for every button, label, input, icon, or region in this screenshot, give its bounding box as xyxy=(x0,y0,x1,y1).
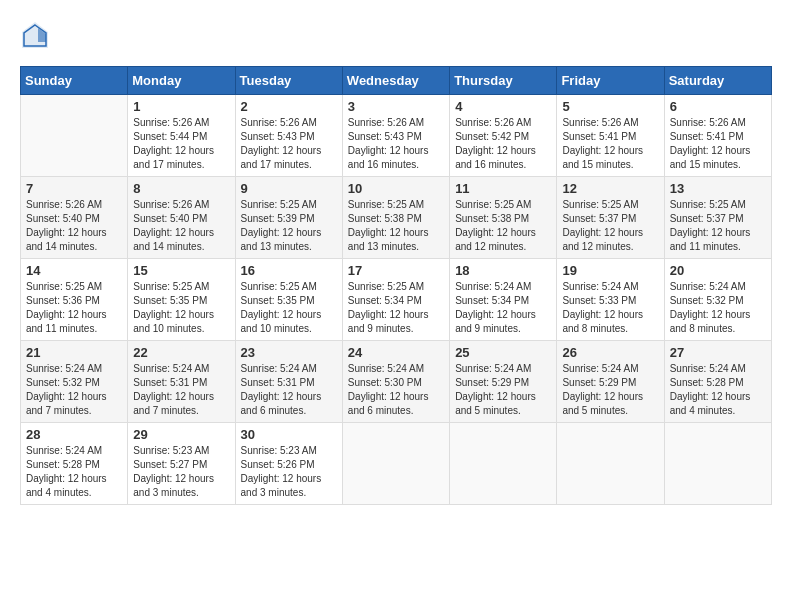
day-info: Sunrise: 5:25 AM Sunset: 5:38 PM Dayligh… xyxy=(348,198,444,254)
day-number: 18 xyxy=(455,263,551,278)
day-number: 20 xyxy=(670,263,766,278)
calendar-day-cell: 7Sunrise: 5:26 AM Sunset: 5:40 PM Daylig… xyxy=(21,177,128,259)
day-number: 13 xyxy=(670,181,766,196)
day-info: Sunrise: 5:25 AM Sunset: 5:39 PM Dayligh… xyxy=(241,198,337,254)
calendar-day-cell xyxy=(342,423,449,505)
calendar-table: SundayMondayTuesdayWednesdayThursdayFrid… xyxy=(20,66,772,505)
day-info: Sunrise: 5:24 AM Sunset: 5:34 PM Dayligh… xyxy=(455,280,551,336)
day-number: 9 xyxy=(241,181,337,196)
day-info: Sunrise: 5:25 AM Sunset: 5:34 PM Dayligh… xyxy=(348,280,444,336)
calendar-day-cell xyxy=(557,423,664,505)
calendar-day-cell: 10Sunrise: 5:25 AM Sunset: 5:38 PM Dayli… xyxy=(342,177,449,259)
day-info: Sunrise: 5:25 AM Sunset: 5:37 PM Dayligh… xyxy=(562,198,658,254)
day-number: 28 xyxy=(26,427,122,442)
logo xyxy=(20,20,54,50)
day-info: Sunrise: 5:25 AM Sunset: 5:35 PM Dayligh… xyxy=(133,280,229,336)
calendar-day-cell: 27Sunrise: 5:24 AM Sunset: 5:28 PM Dayli… xyxy=(664,341,771,423)
day-number: 15 xyxy=(133,263,229,278)
day-info: Sunrise: 5:25 AM Sunset: 5:37 PM Dayligh… xyxy=(670,198,766,254)
col-header-wednesday: Wednesday xyxy=(342,67,449,95)
day-info: Sunrise: 5:24 AM Sunset: 5:32 PM Dayligh… xyxy=(26,362,122,418)
calendar-day-cell: 14Sunrise: 5:25 AM Sunset: 5:36 PM Dayli… xyxy=(21,259,128,341)
col-header-sunday: Sunday xyxy=(21,67,128,95)
col-header-tuesday: Tuesday xyxy=(235,67,342,95)
day-number: 21 xyxy=(26,345,122,360)
day-info: Sunrise: 5:24 AM Sunset: 5:31 PM Dayligh… xyxy=(241,362,337,418)
calendar-day-cell: 30Sunrise: 5:23 AM Sunset: 5:26 PM Dayli… xyxy=(235,423,342,505)
calendar-day-cell: 19Sunrise: 5:24 AM Sunset: 5:33 PM Dayli… xyxy=(557,259,664,341)
day-number: 12 xyxy=(562,181,658,196)
calendar-day-cell: 4Sunrise: 5:26 AM Sunset: 5:42 PM Daylig… xyxy=(450,95,557,177)
day-number: 25 xyxy=(455,345,551,360)
day-info: Sunrise: 5:24 AM Sunset: 5:32 PM Dayligh… xyxy=(670,280,766,336)
calendar-day-cell: 18Sunrise: 5:24 AM Sunset: 5:34 PM Dayli… xyxy=(450,259,557,341)
day-number: 27 xyxy=(670,345,766,360)
calendar-week-row: 28Sunrise: 5:24 AM Sunset: 5:28 PM Dayli… xyxy=(21,423,772,505)
day-info: Sunrise: 5:26 AM Sunset: 5:41 PM Dayligh… xyxy=(562,116,658,172)
day-info: Sunrise: 5:25 AM Sunset: 5:35 PM Dayligh… xyxy=(241,280,337,336)
day-number: 8 xyxy=(133,181,229,196)
calendar-day-cell: 22Sunrise: 5:24 AM Sunset: 5:31 PM Dayli… xyxy=(128,341,235,423)
calendar-week-row: 14Sunrise: 5:25 AM Sunset: 5:36 PM Dayli… xyxy=(21,259,772,341)
calendar-header-row: SundayMondayTuesdayWednesdayThursdayFrid… xyxy=(21,67,772,95)
day-number: 14 xyxy=(26,263,122,278)
calendar-day-cell: 12Sunrise: 5:25 AM Sunset: 5:37 PM Dayli… xyxy=(557,177,664,259)
calendar-day-cell: 24Sunrise: 5:24 AM Sunset: 5:30 PM Dayli… xyxy=(342,341,449,423)
day-info: Sunrise: 5:24 AM Sunset: 5:29 PM Dayligh… xyxy=(562,362,658,418)
day-number: 19 xyxy=(562,263,658,278)
col-header-thursday: Thursday xyxy=(450,67,557,95)
calendar-day-cell: 15Sunrise: 5:25 AM Sunset: 5:35 PM Dayli… xyxy=(128,259,235,341)
day-number: 30 xyxy=(241,427,337,442)
day-info: Sunrise: 5:24 AM Sunset: 5:28 PM Dayligh… xyxy=(26,444,122,500)
day-number: 26 xyxy=(562,345,658,360)
calendar-day-cell: 6Sunrise: 5:26 AM Sunset: 5:41 PM Daylig… xyxy=(664,95,771,177)
day-number: 5 xyxy=(562,99,658,114)
calendar-day-cell: 5Sunrise: 5:26 AM Sunset: 5:41 PM Daylig… xyxy=(557,95,664,177)
day-number: 4 xyxy=(455,99,551,114)
day-info: Sunrise: 5:23 AM Sunset: 5:26 PM Dayligh… xyxy=(241,444,337,500)
day-info: Sunrise: 5:26 AM Sunset: 5:41 PM Dayligh… xyxy=(670,116,766,172)
calendar-day-cell: 28Sunrise: 5:24 AM Sunset: 5:28 PM Dayli… xyxy=(21,423,128,505)
day-number: 22 xyxy=(133,345,229,360)
calendar-day-cell: 2Sunrise: 5:26 AM Sunset: 5:43 PM Daylig… xyxy=(235,95,342,177)
day-info: Sunrise: 5:26 AM Sunset: 5:43 PM Dayligh… xyxy=(241,116,337,172)
day-number: 16 xyxy=(241,263,337,278)
col-header-saturday: Saturday xyxy=(664,67,771,95)
calendar-day-cell: 29Sunrise: 5:23 AM Sunset: 5:27 PM Dayli… xyxy=(128,423,235,505)
day-info: Sunrise: 5:24 AM Sunset: 5:29 PM Dayligh… xyxy=(455,362,551,418)
day-number: 7 xyxy=(26,181,122,196)
day-number: 23 xyxy=(241,345,337,360)
calendar-week-row: 21Sunrise: 5:24 AM Sunset: 5:32 PM Dayli… xyxy=(21,341,772,423)
day-number: 1 xyxy=(133,99,229,114)
day-info: Sunrise: 5:24 AM Sunset: 5:30 PM Dayligh… xyxy=(348,362,444,418)
day-number: 6 xyxy=(670,99,766,114)
day-info: Sunrise: 5:23 AM Sunset: 5:27 PM Dayligh… xyxy=(133,444,229,500)
calendar-day-cell xyxy=(664,423,771,505)
day-number: 10 xyxy=(348,181,444,196)
calendar-day-cell: 11Sunrise: 5:25 AM Sunset: 5:38 PM Dayli… xyxy=(450,177,557,259)
day-info: Sunrise: 5:24 AM Sunset: 5:28 PM Dayligh… xyxy=(670,362,766,418)
calendar-week-row: 1Sunrise: 5:26 AM Sunset: 5:44 PM Daylig… xyxy=(21,95,772,177)
day-info: Sunrise: 5:24 AM Sunset: 5:33 PM Dayligh… xyxy=(562,280,658,336)
calendar-day-cell: 26Sunrise: 5:24 AM Sunset: 5:29 PM Dayli… xyxy=(557,341,664,423)
day-info: Sunrise: 5:25 AM Sunset: 5:36 PM Dayligh… xyxy=(26,280,122,336)
calendar-day-cell: 17Sunrise: 5:25 AM Sunset: 5:34 PM Dayli… xyxy=(342,259,449,341)
day-number: 3 xyxy=(348,99,444,114)
day-info: Sunrise: 5:26 AM Sunset: 5:40 PM Dayligh… xyxy=(133,198,229,254)
day-number: 2 xyxy=(241,99,337,114)
day-number: 29 xyxy=(133,427,229,442)
calendar-day-cell: 1Sunrise: 5:26 AM Sunset: 5:44 PM Daylig… xyxy=(128,95,235,177)
calendar-day-cell: 9Sunrise: 5:25 AM Sunset: 5:39 PM Daylig… xyxy=(235,177,342,259)
page-header xyxy=(20,20,772,50)
calendar-day-cell: 21Sunrise: 5:24 AM Sunset: 5:32 PM Dayli… xyxy=(21,341,128,423)
day-info: Sunrise: 5:25 AM Sunset: 5:38 PM Dayligh… xyxy=(455,198,551,254)
col-header-monday: Monday xyxy=(128,67,235,95)
day-number: 24 xyxy=(348,345,444,360)
calendar-day-cell: 3Sunrise: 5:26 AM Sunset: 5:43 PM Daylig… xyxy=(342,95,449,177)
day-info: Sunrise: 5:26 AM Sunset: 5:42 PM Dayligh… xyxy=(455,116,551,172)
day-info: Sunrise: 5:26 AM Sunset: 5:43 PM Dayligh… xyxy=(348,116,444,172)
calendar-day-cell xyxy=(450,423,557,505)
calendar-day-cell: 20Sunrise: 5:24 AM Sunset: 5:32 PM Dayli… xyxy=(664,259,771,341)
day-number: 11 xyxy=(455,181,551,196)
calendar-day-cell: 25Sunrise: 5:24 AM Sunset: 5:29 PM Dayli… xyxy=(450,341,557,423)
